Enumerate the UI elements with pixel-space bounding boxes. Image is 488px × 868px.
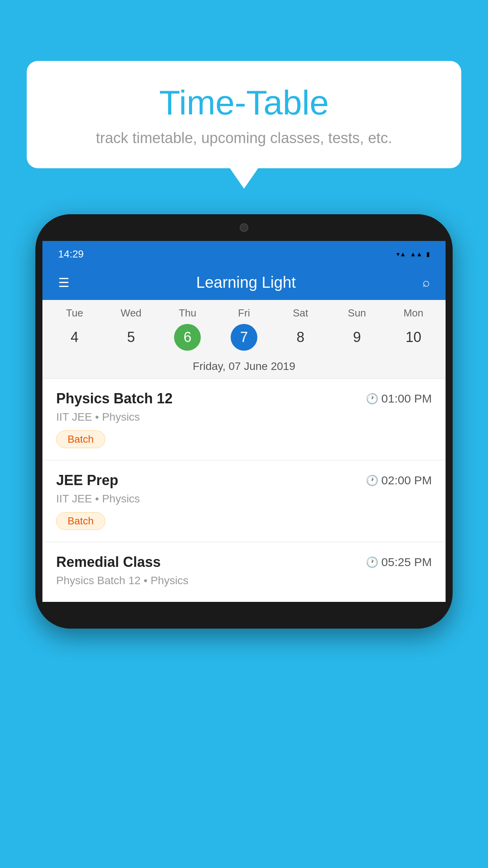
day-number: 6	[174, 324, 201, 351]
current-date: Friday, 07 June 2019	[42, 355, 446, 379]
signal-icon: ▲▲	[410, 251, 422, 258]
batch-badge: Batch	[56, 430, 105, 448]
calendar-section: Tue4Wed5Thu6Fri7Sat8Sun9Mon10 Friday, 07…	[42, 300, 446, 379]
day-label: Sat	[293, 307, 308, 319]
clock-icon: 🕐	[366, 474, 378, 487]
calendar-day-5[interactable]: Wed5	[103, 307, 160, 351]
calendar-day-7[interactable]: Fri7	[216, 307, 272, 351]
schedule-item[interactable]: Remedial Class🕐 05:25 PMPhysics Batch 12…	[42, 542, 446, 602]
schedule-subtitle: IIT JEE • Physics	[56, 493, 432, 505]
phone-screen: 14:29 ▾▲ ▲▲ ▮ ☰ Learning Light ⌕ Tue4Wed…	[42, 241, 446, 602]
phone-mockup: 14:29 ▾▲ ▲▲ ▮ ☰ Learning Light ⌕ Tue4Wed…	[35, 214, 453, 629]
day-number: 9	[343, 324, 370, 351]
day-label: Fri	[238, 307, 250, 319]
schedule-item-header: Remedial Class🕐 05:25 PM	[56, 554, 432, 570]
search-icon[interactable]: ⌕	[422, 275, 430, 290]
status-icons: ▾▲ ▲▲ ▮	[396, 250, 430, 258]
day-number: 8	[287, 324, 314, 351]
clock-icon: 🕐	[366, 393, 378, 405]
batch-badge: Batch	[56, 512, 105, 530]
schedule-title: Physics Batch 12	[56, 390, 172, 407]
day-number: 7	[231, 324, 257, 351]
calendar-day-6[interactable]: Thu6	[159, 307, 216, 351]
day-label: Tue	[66, 307, 83, 319]
calendar-day-4[interactable]: Tue4	[46, 307, 103, 351]
calendar-day-9[interactable]: Sun9	[329, 307, 385, 351]
calendar-day-8[interactable]: Sat8	[272, 307, 329, 351]
schedule-title: JEE Prep	[56, 472, 118, 489]
days-row: Tue4Wed5Thu6Fri7Sat8Sun9Mon10	[42, 300, 446, 355]
schedule-time: 🕐 01:00 PM	[366, 392, 432, 405]
schedule-item-header: JEE Prep🕐 02:00 PM	[56, 472, 432, 489]
app-bar: ☰ Learning Light ⌕	[42, 265, 446, 300]
speech-bubble-container: Time-Table track timetable, upcoming cla…	[27, 61, 461, 168]
schedule-time: 🕐 02:00 PM	[366, 474, 432, 487]
schedule-item[interactable]: Physics Batch 12🕐 01:00 PMIIT JEE • Phys…	[42, 379, 446, 460]
calendar-day-10[interactable]: Mon10	[385, 307, 442, 351]
phone-top-bezel	[35, 214, 453, 241]
speech-bubble-subtitle: track timetable, upcoming classes, tests…	[50, 130, 438, 147]
wifi-icon: ▾▲	[396, 250, 406, 258]
schedule-subtitle: IIT JEE • Physics	[56, 411, 432, 423]
phone-bottom-bezel	[35, 602, 453, 629]
app-title: Learning Light	[70, 274, 422, 291]
schedule-list: Physics Batch 12🕐 01:00 PMIIT JEE • Phys…	[42, 379, 446, 602]
day-label: Thu	[179, 307, 196, 319]
hamburger-menu-icon[interactable]: ☰	[58, 275, 70, 290]
day-label: Wed	[121, 307, 141, 319]
schedule-title: Remedial Class	[56, 554, 161, 570]
schedule-subtitle: Physics Batch 12 • Physics	[56, 574, 432, 587]
day-number: 10	[400, 324, 427, 351]
schedule-item-header: Physics Batch 12🕐 01:00 PM	[56, 390, 432, 407]
status-time: 14:29	[58, 248, 84, 260]
phone-camera	[240, 223, 248, 232]
day-number: 5	[118, 324, 145, 351]
speech-bubble: Time-Table track timetable, upcoming cla…	[27, 61, 461, 168]
day-number: 4	[61, 324, 88, 351]
day-label: Sun	[348, 307, 366, 319]
status-bar: 14:29 ▾▲ ▲▲ ▮	[42, 241, 446, 265]
phone-frame: 14:29 ▾▲ ▲▲ ▮ ☰ Learning Light ⌕ Tue4Wed…	[35, 214, 453, 629]
battery-icon: ▮	[426, 250, 430, 258]
schedule-item[interactable]: JEE Prep🕐 02:00 PMIIT JEE • PhysicsBatch	[42, 460, 446, 542]
clock-icon: 🕐	[366, 556, 378, 568]
speech-bubble-title: Time-Table	[50, 83, 438, 123]
schedule-time: 🕐 05:25 PM	[366, 555, 432, 569]
day-label: Mon	[404, 307, 424, 319]
